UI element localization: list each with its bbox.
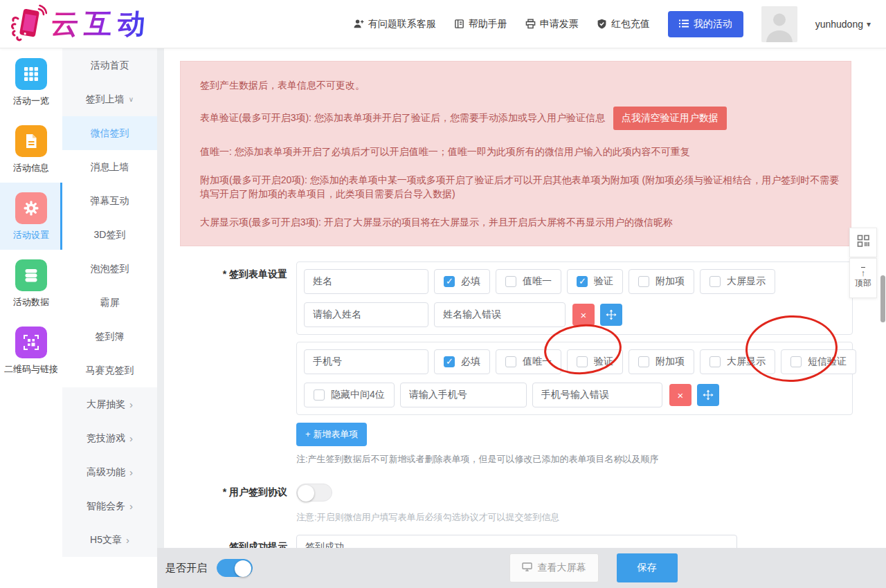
menu-label: 智能会务 <box>87 500 125 513</box>
my-activities-button[interactable]: 我的活动 <box>668 11 743 37</box>
option-sms-verify[interactable]: 短信验证 <box>781 349 856 374</box>
move-field-button[interactable] <box>697 384 719 406</box>
rail-item-activity-data[interactable]: 活动数据 <box>0 250 62 317</box>
nav-help-manual[interactable]: 帮助手册 <box>454 18 507 30</box>
checkbox-icon <box>790 356 802 367</box>
option-hide-middle-digits[interactable]: 隐藏中间4位 <box>304 383 395 407</box>
menu-item-advanced-features[interactable]: 高级功能 <box>62 455 157 489</box>
menu-label: 签到簿 <box>96 331 125 343</box>
enable-toggle[interactable] <box>217 559 253 577</box>
database-icon <box>15 259 47 291</box>
rail-item-activity-settings[interactable]: 活动设置 <box>0 183 62 250</box>
menu-item-bubble-signin[interactable]: 泡泡签到 <box>62 252 157 286</box>
rail-item-activity-overview[interactable]: 活动一览 <box>0 48 62 116</box>
checkbox-icon <box>314 389 325 401</box>
field-tip-input[interactable] <box>400 383 527 407</box>
clear-verification-data-button[interactable]: 点我清空验证用户数据 <box>613 107 727 130</box>
option-big-screen[interactable]: 大屏显示 <box>700 269 775 294</box>
rail-item-activity-info[interactable]: 活动信息 <box>0 116 62 183</box>
monitor-icon <box>522 562 532 573</box>
notice-line: 签到产生数据后，表单信息不可更改。 <box>200 78 831 92</box>
move-field-button[interactable] <box>600 304 622 326</box>
field-name-input[interactable] <box>304 349 428 374</box>
shield-check-icon <box>597 19 607 29</box>
option-label: 附加项 <box>656 275 685 288</box>
checkbox-icon <box>577 356 588 367</box>
option-label: 隐藏中间4位 <box>331 389 385 401</box>
rail-label: 二维码与链接 <box>0 363 62 376</box>
option-big-screen[interactable]: 大屏显示 <box>700 349 775 374</box>
menu-label: 竞技游戏 <box>87 432 125 445</box>
checkbox-icon <box>577 276 588 287</box>
option-required[interactable]: 必填 <box>434 349 490 374</box>
field-error-input[interactable] <box>434 302 566 327</box>
agreement-label: * 用户签到协议 <box>180 486 296 499</box>
menu-item-h5-article[interactable]: H5文章 <box>62 523 157 557</box>
option-verify[interactable]: 验证 <box>567 349 623 374</box>
rail-label: 活动设置 <box>0 229 62 241</box>
document-icon <box>15 125 47 157</box>
toggle-knob <box>235 560 251 577</box>
menu-item-signin-wall[interactable]: 签到上墙 <box>62 82 157 116</box>
option-label: 验证 <box>594 275 613 288</box>
option-label: 值唯一 <box>523 275 552 288</box>
option-addon[interactable]: 附加项 <box>629 269 694 294</box>
rail-label: 活动数据 <box>0 296 62 309</box>
menu-label: 消息上墙 <box>91 161 129 174</box>
nav-contact-support[interactable]: 有问题联系客服 <box>353 18 436 30</box>
option-unique-value[interactable]: 值唯一 <box>496 269 561 294</box>
menu-item-screen-takeover[interactable]: 霸屏 <box>62 286 157 320</box>
nav-red-packet-recharge[interactable]: 红包充值 <box>597 18 650 30</box>
menu-item-wechat-signin[interactable]: 微信签到 <box>62 116 157 150</box>
option-unique-value[interactable]: 值唯一 <box>496 349 561 374</box>
manual-book-icon <box>454 19 464 29</box>
nav-invoice[interactable]: 申请发票 <box>525 18 579 30</box>
field-tip-input[interactable] <box>304 302 428 327</box>
menu-item-mosaic-signin[interactable]: 马赛克签到 <box>62 353 157 387</box>
menu-item-smart-conference[interactable]: 智能会务 <box>62 489 157 523</box>
back-to-top-button[interactable]: ↑ 顶部 <box>849 258 877 298</box>
field-error-input[interactable] <box>532 383 662 407</box>
avatar[interactable] <box>761 6 797 42</box>
grid-icon <box>15 58 47 90</box>
menu-footer-spacer <box>62 557 157 588</box>
checkbox-icon <box>444 276 455 287</box>
menu-label: 弹幕互动 <box>91 195 129 208</box>
menu-item-message-wall[interactable]: 消息上墙 <box>62 150 157 184</box>
agreement-toggle[interactable] <box>296 484 332 502</box>
option-required[interactable]: 必填 <box>434 269 490 294</box>
logo: 云互动 <box>0 3 208 45</box>
header: 云互动 有问题联系客服 帮助手册 申请发票 红包充值 <box>0 0 886 48</box>
menu-item-activity-home[interactable]: 活动首页 <box>62 48 157 82</box>
sidebar-menu: 活动首页 签到上墙 微信签到 消息上墙 弹幕互动 3D签到 泡泡签到 霸屏 签到… <box>62 48 157 588</box>
add-form-field-button[interactable]: + 新增表单项 <box>296 423 367 446</box>
floating-qr-widget[interactable] <box>849 228 877 257</box>
agreement-label-text: 用户签到协议 <box>229 486 287 497</box>
arrow-to-top-icon: ↑ <box>861 267 866 277</box>
rail-item-qrcode-links[interactable]: 二维码与链接 <box>0 317 62 384</box>
menu-item-screen-lottery[interactable]: 大屏抽奖 <box>62 387 157 421</box>
delete-field-button[interactable]: × <box>572 304 595 326</box>
menu-item-competitive-games[interactable]: 竞技游戏 <box>62 421 157 455</box>
save-button[interactable]: 保存 <box>617 553 678 582</box>
menu-item-3d-signin[interactable]: 3D签到 <box>62 218 157 252</box>
field-name-input[interactable] <box>304 269 428 294</box>
add-field-note: 注:产生签到数据后不可新增或者删除表单项，但是可以修改已添加的表单项目名称以及顺… <box>296 453 853 466</box>
back-to-top-label: 顶部 <box>855 277 871 289</box>
delete-field-button[interactable]: × <box>669 384 691 406</box>
menu-label: 泡泡签到 <box>91 263 129 275</box>
scrollbar-thumb[interactable] <box>880 275 885 322</box>
user-dropdown[interactable]: yunhudong <box>815 19 871 30</box>
menu-item-signin-book[interactable]: 签到簿 <box>62 320 157 353</box>
field-options-line: 必填 值唯一 验证 附加项 <box>304 349 845 374</box>
nav-label: 申请发票 <box>540 18 579 30</box>
view-big-screen-label: 查看大屏幕 <box>538 562 586 574</box>
menu-label: 霸屏 <box>100 297 120 309</box>
option-verify[interactable]: 验证 <box>567 269 623 294</box>
footer-action-bar: 是否开启 查看大屏幕 保存 <box>157 548 886 588</box>
checkbox-icon <box>505 276 516 287</box>
option-label: 大屏显示 <box>727 275 766 288</box>
view-big-screen-button[interactable]: 查看大屏幕 <box>509 553 599 582</box>
option-addon[interactable]: 附加项 <box>629 349 694 374</box>
menu-item-danmaku[interactable]: 弹幕互动 <box>62 184 157 218</box>
